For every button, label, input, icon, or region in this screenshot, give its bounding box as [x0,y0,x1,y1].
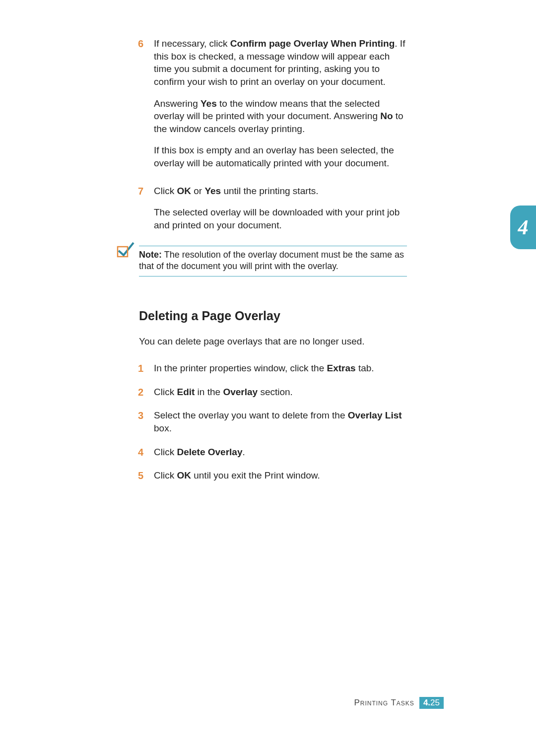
page-number-badge: 4.25 [419,697,444,709]
body-text: Click OK until you exit the Print window… [154,470,320,481]
step-number: 6 [138,37,143,51]
bold-text: Overlay List [348,410,402,420]
footer-section-label: Printing Tasks [354,698,414,708]
text-run: Click [154,447,177,457]
chapter-tab-number: 4 [518,215,529,239]
bold-text: No [380,111,393,121]
text-run: section. [258,387,293,397]
note-text: Note: The resolution of the overlay docu… [139,249,407,273]
step-7: 7 Click OK or Yes until the printing sta… [139,185,407,232]
divider [139,246,407,246]
text-run: Click [154,470,177,481]
chapter-tab: 4 [510,206,536,249]
body-text: If this box is empty and an overlay has … [154,144,407,169]
delete-step-2: 2 Click Edit in the Overlay section. [139,386,407,399]
bold-text: Yes [201,98,217,109]
text-run: until you exit the Print window. [191,470,320,481]
text-run: or [191,186,204,196]
divider [139,276,407,276]
step-number: 1 [138,362,143,375]
bold-text: Delete Overlay [177,447,242,457]
delete-step-3: 3 Select the overlay you want to delete … [139,409,407,434]
text-run: until the printing starts. [221,186,318,196]
step-number: 3 [138,409,143,422]
bold-text: Confirm page Overlay When Printing [230,38,395,49]
delete-step-4: 4 Click Delete Overlay. [139,446,407,459]
step-number: 4 [138,446,143,459]
text-run: in the [195,387,223,397]
delete-step-1: 1 In the printer properties window, clic… [139,362,407,375]
body-text: Select the overlay you want to delete fr… [154,410,402,433]
bold-text: Yes [204,186,221,196]
note-label: Note: [139,250,162,260]
text-run: Click [154,387,177,397]
step-number: 7 [138,185,143,198]
body-text: Click OK or Yes until the printing start… [154,186,319,196]
body-text: Click Edit in the Overlay section. [154,387,293,397]
delete-step-5: 5 Click OK until you exit the Print wind… [139,469,407,482]
text-run: The resolution of the overlay document m… [139,250,404,271]
step-6: 6 If necessary, click Confirm page Overl… [139,37,407,170]
body-text: In the printer properties window, click … [154,363,374,373]
document-page: 4 6 If necessary, click Confirm page Ove… [0,0,536,756]
body-text: Answering Yes to the window means that t… [154,97,407,136]
text-run: Click [154,186,177,196]
text-run: In the printer properties window, click … [154,363,327,373]
body-text: Click Delete Overlay. [154,447,245,457]
text-run: . [242,447,245,457]
body-text: You can delete page overlays that are no… [139,335,407,348]
body-text: If necessary, click Confirm page Overlay… [154,38,405,87]
note-box: Note: The resolution of the overlay docu… [139,246,407,277]
bold-text: Edit [177,387,195,397]
footer-page: 25 [430,698,440,707]
page-footer: Printing Tasks 4.25 [354,697,444,709]
footer-chapter: 4. [423,698,430,707]
text-run: Select the overlay you want to delete fr… [154,410,348,420]
bold-text: OK [177,470,191,481]
checkmark-icon [117,240,136,258]
step-number: 2 [138,386,143,399]
page-content: 6 If necessary, click Confirm page Overl… [139,37,407,493]
text-run: Answering [154,98,201,109]
bold-text: OK [177,186,191,196]
step-number: 5 [138,469,143,482]
bold-text: Overlay [223,387,258,397]
text-run: box. [154,423,172,433]
body-text: The selected overlay will be downloaded … [154,206,407,231]
text-run: tab. [356,363,374,373]
section-heading: Deleting a Page Overlay [139,309,407,323]
text-run: If necessary, click [154,38,230,49]
bold-text: Extras [327,363,356,373]
